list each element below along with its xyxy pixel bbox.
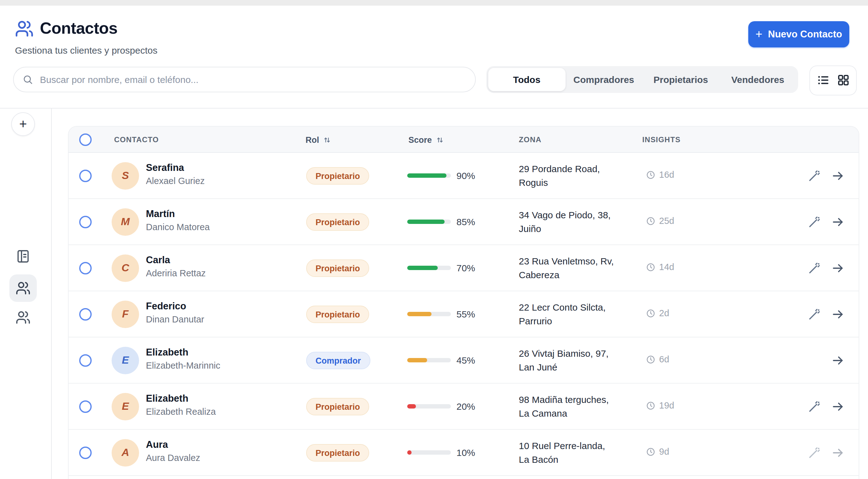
column-score[interactable]: Score	[408, 127, 444, 153]
contact-subname: Dinan Danutar	[146, 312, 204, 326]
score-value: 55%	[457, 309, 475, 320]
wand-icon[interactable]	[807, 169, 821, 183]
contact-subname: Alexael Guriez	[146, 174, 205, 188]
search-input[interactable]	[39, 73, 466, 85]
score-bar	[407, 266, 451, 270]
contact-name: Martín	[146, 207, 210, 220]
wand-icon[interactable]	[807, 307, 821, 321]
contact-name: Federico	[146, 299, 204, 312]
new-contact-button[interactable]: + Nuevo Contacto	[748, 21, 849, 48]
clock-icon	[646, 170, 655, 179]
insight: 25d	[646, 216, 674, 226]
table-body: S Serafina Alexael Guriez Propietario 90…	[69, 153, 859, 476]
column-contact: CONTACTO	[114, 127, 159, 153]
page-subtitle: Gestiona tus clientes y prospectos	[15, 45, 157, 56]
sort-icon[interactable]	[323, 136, 331, 144]
row-checkbox[interactable]	[79, 262, 92, 274]
insight-days: 9d	[659, 447, 669, 456]
table-row[interactable]: A Aura Aura Davalez Propietario 10% 10 R…	[69, 430, 859, 476]
insight: 14d	[646, 262, 674, 272]
score-value: 70%	[457, 263, 475, 274]
row-checkbox[interactable]	[79, 216, 92, 228]
insight: 9d	[646, 447, 669, 456]
search-box[interactable]	[13, 67, 476, 92]
wand-icon[interactable]	[807, 446, 821, 460]
role-badge: Propietario	[306, 398, 369, 415]
filter-tab-3[interactable]: Vendedores	[719, 68, 796, 91]
insight: 19d	[646, 400, 674, 410]
role-badge: Propietario	[306, 213, 369, 231]
table-row[interactable]: C Carla Aderiria Rettaz Propietario 70% …	[69, 245, 859, 291]
window-top-strip	[0, 0, 868, 6]
journal-panel-icon[interactable]	[16, 249, 31, 264]
arrow-right-icon[interactable]	[831, 307, 845, 321]
arrow-right-icon[interactable]	[831, 446, 845, 460]
score-value: 85%	[457, 216, 475, 228]
row-checkbox[interactable]	[79, 308, 92, 321]
score-fill	[407, 173, 446, 178]
filter-tabs: TodosCompradoresPropietariosVendedores	[486, 66, 798, 93]
column-role[interactable]: Rol	[306, 127, 331, 153]
contacts-table: CONTACTO Rol Score ZONA INSIGHTS	[68, 126, 859, 479]
column-insights: INSIGHTS	[642, 127, 681, 153]
users-group-icon[interactable]	[16, 310, 31, 325]
insight-days: 14d	[659, 262, 674, 272]
score-fill	[407, 450, 411, 455]
avatar: S	[112, 162, 139, 189]
avatar-initial: A	[122, 447, 129, 459]
contact-subname: Elizabeth Realiza	[146, 405, 216, 419]
select-all-checkbox[interactable]	[79, 133, 92, 146]
row-checkbox[interactable]	[79, 354, 92, 367]
row-checkbox[interactable]	[79, 447, 92, 459]
arrow-right-icon[interactable]	[831, 261, 845, 275]
contact-subname: Aderiria Rettaz	[146, 266, 206, 280]
contacts-users-icon-active	[16, 281, 31, 296]
contact-name: Carla	[146, 253, 206, 266]
table-row[interactable]: E Elizabeth Elizabeth Realiza Propietari…	[69, 384, 859, 430]
sort-icon[interactable]	[436, 136, 444, 144]
filter-tab-0[interactable]: Todos	[488, 68, 565, 91]
list-view-button[interactable]	[816, 73, 830, 87]
insight-days: 19d	[659, 400, 674, 410]
arrow-right-icon[interactable]	[831, 169, 845, 183]
insight-days: 16d	[659, 170, 674, 180]
header-divider	[0, 108, 868, 109]
insight-days: 6d	[659, 354, 669, 364]
grid-view-button[interactable]	[836, 73, 850, 87]
avatar: E	[112, 347, 139, 374]
arrow-right-icon[interactable]	[831, 400, 845, 414]
contact-subname: Elizabeth-Marinnic	[146, 359, 220, 372]
filter-tab-1[interactable]: Compradores	[565, 68, 642, 91]
insight-days: 2d	[659, 308, 669, 318]
wand-icon[interactable]	[807, 400, 821, 414]
table-row[interactable]: M Martín Danico Matorea Propietario 85% …	[69, 199, 859, 245]
score-bar	[407, 404, 451, 409]
score-fill	[407, 219, 444, 224]
row-checkbox[interactable]	[79, 170, 92, 182]
arrow-right-icon[interactable]	[831, 354, 845, 367]
arrow-right-icon[interactable]	[831, 215, 845, 229]
role-badge: Propietario	[306, 306, 369, 323]
sidebar-add-button[interactable]: +	[11, 112, 35, 136]
zone-address: 98 Madiña terguches, La Camana	[519, 393, 609, 420]
table-row[interactable]: S Serafina Alexael Guriez Propietario 90…	[69, 153, 859, 199]
wand-icon[interactable]	[807, 261, 821, 275]
row-checkbox[interactable]	[79, 400, 92, 413]
score-fill	[407, 312, 431, 316]
score-bar	[407, 450, 451, 455]
table-row[interactable]: F Federico Dinan Danutar Propietario 55%…	[69, 291, 859, 337]
score-bar	[407, 219, 451, 224]
clock-icon	[646, 401, 655, 410]
table-row[interactable]: E Elizabeth Elizabeth-Marinnic Comprador…	[69, 337, 859, 384]
score-value: 45%	[457, 355, 475, 366]
clock-icon	[646, 216, 655, 226]
avatar-initial: E	[122, 354, 129, 367]
wand-icon[interactable]	[807, 215, 821, 229]
avatar-initial: C	[122, 262, 129, 274]
filter-tab-2[interactable]: Propietarios	[642, 68, 719, 91]
avatar-initial: E	[122, 400, 129, 413]
sidebar-item-contacts[interactable]	[9, 274, 37, 302]
zone-address: 26 Vivtaj Biamiso, 97, Lan Juné	[519, 347, 609, 373]
zone-address: 34 Vago de Piodo, 38, Juiño	[519, 208, 611, 235]
search-icon	[23, 74, 33, 85]
